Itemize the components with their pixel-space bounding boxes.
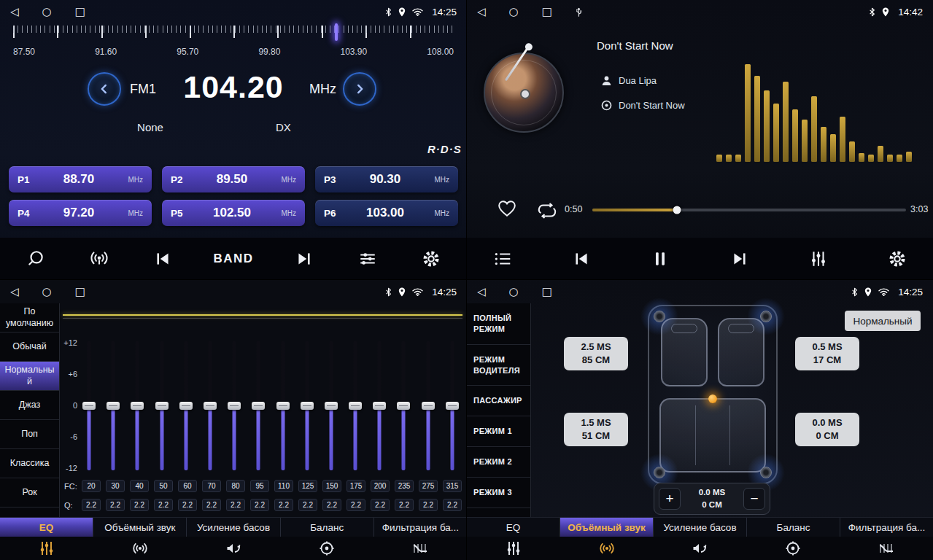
scan-icon[interactable] — [19, 243, 53, 275]
eq-band-slider[interactable] — [179, 341, 193, 470]
seek-bar[interactable] — [592, 209, 906, 211]
slider-handle[interactable] — [252, 402, 265, 410]
audio-tab[interactable]: Баланс — [747, 518, 840, 537]
audio-tab[interactable]: Усиление басов — [187, 518, 280, 537]
eq-band-slider[interactable] — [421, 341, 435, 470]
album-art[interactable] — [484, 52, 564, 133]
audio-tab[interactable]: EQ — [467, 518, 560, 537]
mixer-icon[interactable] — [802, 243, 835, 275]
listen-mode-item[interactable]: РЕЖИМ 3 — [467, 478, 530, 508]
eq-band-slider[interactable] — [372, 341, 387, 470]
speaker-front-right-icon[interactable] — [760, 311, 772, 322]
delay-rear-right[interactable]: 0.0 MS 0 CM — [795, 413, 859, 446]
eq-band-slider[interactable] — [203, 341, 217, 470]
recents-icon[interactable]: □ — [542, 287, 552, 298]
listen-mode-item[interactable]: РЕЖИМ 1 — [467, 416, 530, 447]
listen-mode-item[interactable]: ПАССАЖИР — [467, 386, 530, 416]
eq-band-slider[interactable] — [130, 341, 144, 470]
eq-band-slider[interactable] — [348, 341, 363, 470]
speaker-rear-left-icon[interactable] — [654, 467, 665, 478]
radio-preset-button[interactable]: P3 90.30 MHz — [315, 166, 458, 192]
frequency-indicator[interactable] — [335, 23, 338, 41]
prev-track-button[interactable] — [565, 243, 598, 275]
home-icon[interactable]: ○ — [42, 7, 52, 18]
frequency-ruler[interactable] — [13, 26, 454, 44]
audio-tab[interactable]: Усиление басов — [654, 518, 747, 537]
home-icon[interactable]: ○ — [42, 287, 52, 298]
speaker-rear-right-icon[interactable] — [760, 467, 772, 478]
slider-handle[interactable] — [107, 402, 120, 410]
delay-decrease-button[interactable]: − — [743, 488, 765, 510]
listening-position-dot[interactable] — [708, 394, 717, 403]
favorite-heart-icon[interactable] — [498, 200, 516, 220]
eq-preset-item[interactable]: Рок — [0, 478, 59, 508]
profile-button[interactable]: Нормальный — [845, 311, 921, 331]
seek-bar-knob[interactable] — [673, 206, 681, 214]
home-icon[interactable]: ○ — [509, 7, 519, 18]
eq-band-slider[interactable] — [106, 341, 120, 470]
eq-sliders-icon[interactable] — [467, 537, 560, 560]
audio-settings-icon[interactable] — [351, 243, 384, 275]
listen-mode-item[interactable]: ПОЛНЫЙ РЕЖИМ — [467, 303, 530, 345]
back-icon[interactable]: ◁ — [10, 287, 19, 298]
audio-tab[interactable]: Объёмный звук — [93, 518, 187, 537]
eq-preset-item[interactable]: Нормальный — [0, 362, 59, 391]
surround-sound-icon[interactable] — [93, 537, 187, 560]
delay-rear-left[interactable]: 1.5 MS 51 CM — [564, 413, 628, 446]
slider-handle[interactable] — [204, 402, 217, 410]
settings-gear-icon[interactable] — [880, 243, 914, 275]
eq-band-slider[interactable] — [155, 341, 169, 470]
eq-preset-item[interactable]: По умолчанию — [0, 303, 59, 332]
radio-preset-button[interactable]: P6 103.00 MHz — [315, 200, 458, 226]
slider-handle[interactable] — [446, 402, 459, 410]
playlist-icon[interactable] — [486, 243, 519, 275]
delay-front-left[interactable]: 2.5 MS 85 CM — [564, 337, 628, 370]
tune-up-button[interactable] — [343, 72, 376, 106]
delay-front-right[interactable]: 0.5 MS 17 CM — [795, 337, 859, 370]
back-icon[interactable]: ◁ — [477, 287, 486, 298]
recents-icon[interactable]: □ — [75, 7, 85, 18]
bass-boost-icon[interactable] — [187, 537, 280, 560]
stations-icon[interactable] — [82, 243, 116, 275]
listen-mode-item[interactable]: РЕЖИМ 2 — [467, 447, 530, 478]
audio-tab[interactable]: Объёмный звук — [560, 518, 654, 537]
eq-band-slider[interactable] — [227, 341, 241, 470]
listen-mode-item[interactable]: РЕЖИМ ВОДИТЕЛЯ — [467, 345, 530, 386]
eq-band-slider[interactable] — [251, 341, 266, 470]
eq-preset-item[interactable]: Джаз — [0, 391, 59, 420]
pause-button[interactable] — [643, 243, 677, 275]
eq-band-slider[interactable] — [396, 341, 411, 470]
audio-tab[interactable]: Фильтрация ба... — [374, 518, 467, 537]
next-seek-button[interactable] — [287, 243, 321, 275]
bass-boost-icon[interactable] — [654, 537, 747, 560]
slider-handle[interactable] — [349, 402, 362, 410]
eq-preset-item[interactable]: Поп — [0, 420, 59, 449]
slider-handle[interactable] — [155, 402, 169, 410]
crossover-icon[interactable] — [840, 537, 933, 560]
prev-seek-button[interactable] — [146, 243, 179, 275]
slider-handle[interactable] — [373, 402, 386, 410]
dx-mode-label[interactable]: DX — [276, 121, 291, 133]
slider-handle[interactable] — [422, 402, 435, 410]
slider-handle[interactable] — [82, 402, 96, 410]
home-icon[interactable]: ○ — [509, 287, 519, 298]
band-button[interactable]: BAND — [209, 243, 258, 275]
eq-band-slider[interactable] — [445, 341, 460, 470]
slider-handle[interactable] — [131, 402, 144, 410]
slider-handle[interactable] — [228, 402, 241, 410]
balance-icon[interactable] — [280, 537, 373, 560]
repeat-icon[interactable] — [537, 203, 557, 222]
slider-handle[interactable] — [325, 402, 338, 410]
next-track-button[interactable] — [723, 243, 756, 275]
recents-icon[interactable]: □ — [75, 287, 85, 298]
crossover-icon[interactable] — [373, 537, 467, 560]
surround-sound-icon[interactable] — [560, 537, 654, 560]
slider-handle[interactable] — [397, 402, 410, 410]
audio-tab[interactable]: EQ — [0, 518, 93, 537]
delay-increase-button[interactable]: + — [659, 488, 681, 510]
slider-handle[interactable] — [179, 402, 193, 410]
balance-icon[interactable] — [746, 537, 840, 560]
slider-handle[interactable] — [301, 402, 314, 410]
eq-band-slider[interactable] — [82, 341, 96, 470]
eq-preset-item[interactable]: Классика — [0, 449, 59, 478]
